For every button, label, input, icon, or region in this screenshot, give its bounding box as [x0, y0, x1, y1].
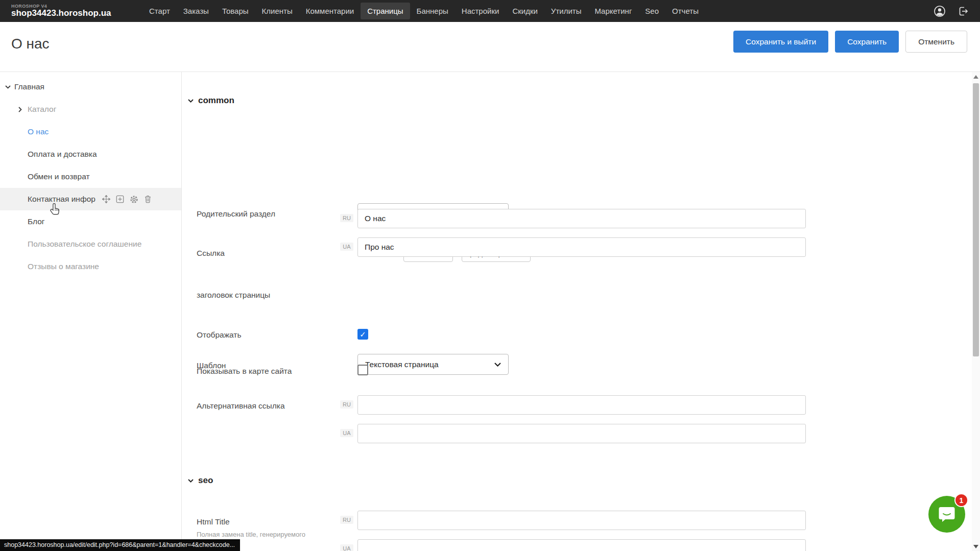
tree-item-label: Отзывы о магазине [28, 262, 99, 271]
parent-section-label: Родительский раздел [197, 209, 275, 219]
menu-item-reports[interactable]: Отчеты [665, 3, 705, 19]
menu-item-seo[interactable]: Seo [638, 3, 665, 19]
save-and-exit-button[interactable]: Сохранить и выйти [733, 31, 828, 53]
html-title-ua-input[interactable] [357, 539, 806, 551]
menu-item-orders[interactable]: Заказы [177, 3, 216, 19]
topbar-icons [933, 5, 970, 18]
section-common-label: common [198, 95, 234, 106]
chat-bubble-icon [937, 505, 957, 523]
scrollbar-thumb[interactable] [973, 83, 979, 356]
menu-item-settings[interactable]: Настройки [455, 3, 506, 19]
tree-item-label: Пользовательское соглашение [28, 239, 141, 249]
chat-widget-button[interactable]: 1 [928, 496, 965, 533]
chevron-right-icon[interactable] [18, 107, 28, 112]
menu-item-comments[interactable]: Комментарии [299, 3, 361, 19]
section-seo[interactable]: seo [188, 475, 213, 486]
lang-tag-ua: UA [340, 243, 353, 251]
page-title-label: заголовок страницы [197, 291, 270, 300]
display-label: Отображать [197, 330, 242, 340]
menu-item-banners[interactable]: Баннеры [410, 3, 455, 19]
lang-tag-ru: RU [340, 400, 353, 409]
sitemap-label: Показывать в карте сайта [197, 367, 292, 376]
settings-gear-icon[interactable] [130, 195, 138, 204]
logo-shop-name: shop34423.horoshop.ua [11, 9, 141, 18]
tree-item-label: О нас [28, 127, 49, 136]
tree-item-exchange-return[interactable]: Обмен и возврат [0, 165, 181, 188]
tree-item-label: Блог [28, 217, 45, 226]
main-menu: Старт Заказы Товары Клиенты Комментарии … [142, 3, 705, 19]
lang-tag-ua: UA [340, 429, 353, 437]
menu-item-discounts[interactable]: Скидки [506, 3, 544, 19]
alt-link-ru-input[interactable] [357, 395, 806, 415]
section-common[interactable]: common [188, 95, 234, 106]
logo[interactable]: HOROSHOP V4 shop34423.horoshop.ua [11, 4, 141, 18]
sitemap-checkbox[interactable] [357, 365, 368, 375]
top-navigation-bar: HOROSHOP V4 shop34423.horoshop.ua Старт … [0, 0, 980, 22]
lang-tag-ua: UA [340, 544, 353, 551]
add-page-icon[interactable] [116, 195, 124, 203]
tree-item-store-reviews[interactable]: Отзывы о магазине [0, 255, 181, 278]
pages-tree-sidebar: Главная Каталог О нас Оплата и доставка … [0, 72, 182, 551]
page-title-ru-input[interactable] [357, 209, 806, 228]
menu-item-utilities[interactable]: Утилиты [544, 3, 588, 19]
chat-unread-badge: 1 [954, 493, 968, 507]
page-edit-form: common Родительский раздел Главная Ссылк… [182, 72, 972, 551]
chevron-down-icon [494, 363, 501, 367]
tree-item-label: Каталог [28, 105, 56, 114]
page-title: О нас [11, 36, 50, 52]
scroll-up-arrow-icon[interactable] [973, 75, 978, 79]
alt-link-ua-input[interactable] [357, 424, 806, 443]
user-account-icon[interactable] [933, 5, 946, 18]
vertical-scrollbar[interactable] [972, 72, 980, 551]
menu-item-start[interactable]: Старт [142, 3, 177, 19]
chevron-down-icon [188, 479, 194, 483]
tree-item-actions [102, 195, 152, 204]
tree-item-contact-info[interactable]: Контактная инфор [0, 188, 181, 210]
alt-link-label: Альтернативная ссылка [197, 401, 285, 411]
section-seo-label: seo [198, 475, 213, 486]
tree-item-blog[interactable]: Блог [0, 210, 181, 233]
template-select[interactable]: Текстовая страница [357, 354, 509, 375]
tree-item-catalog[interactable]: Каталог [0, 98, 181, 121]
html-title-ru-input[interactable] [357, 511, 806, 530]
display-checkbox[interactable] [357, 329, 368, 340]
tree-item-label: Обмен и возврат [28, 172, 90, 181]
page-header: О нас Сохранить и выйти Сохранить Отмени… [0, 22, 980, 72]
menu-item-pages[interactable]: Страницы [361, 3, 410, 19]
logout-icon[interactable] [957, 5, 970, 18]
move-icon[interactable] [102, 195, 110, 203]
chevron-down-icon [188, 99, 194, 103]
menu-item-products[interactable]: Товары [216, 3, 255, 19]
lang-tag-ru: RU [340, 214, 353, 222]
template-value: Текстовая страница [365, 360, 439, 369]
page-title-ua-input[interactable] [357, 237, 806, 257]
lang-tag-ru: RU [340, 516, 353, 524]
tree-item-about-us-selected[interactable]: О нас [0, 121, 181, 143]
tree-item-user-agreement[interactable]: Пользовательское соглашение [0, 233, 181, 255]
tree-item-label: Контактная инфор [28, 195, 95, 204]
menu-item-marketing[interactable]: Маркетинг [588, 3, 638, 19]
menu-item-clients[interactable]: Клиенты [255, 3, 299, 19]
tree-item-label: Оплата и доставка [28, 150, 97, 159]
link-label: Ссылка [197, 249, 225, 258]
tree-item-home[interactable]: Главная [0, 76, 181, 98]
chevron-down-icon[interactable] [5, 85, 14, 89]
link-status-bar: shop34423.horoshop.ua/edit/edit.php?id=6… [0, 539, 240, 551]
tree-item-payment-delivery[interactable]: Оплата и доставка [0, 143, 181, 165]
save-button[interactable]: Сохранить [835, 31, 899, 53]
header-buttons: Сохранить и выйти Сохранить Отменить [733, 31, 967, 53]
cancel-button[interactable]: Отменить [905, 31, 967, 53]
html-title-hint: Полная замена title, генерируемого [197, 531, 305, 538]
tree-item-label: Главная [14, 82, 44, 91]
delete-trash-icon[interactable] [144, 195, 152, 203]
mouse-cursor-hand [49, 203, 61, 217]
html-title-label: Html Title [197, 517, 230, 526]
scroll-down-arrow-icon[interactable] [973, 545, 978, 548]
